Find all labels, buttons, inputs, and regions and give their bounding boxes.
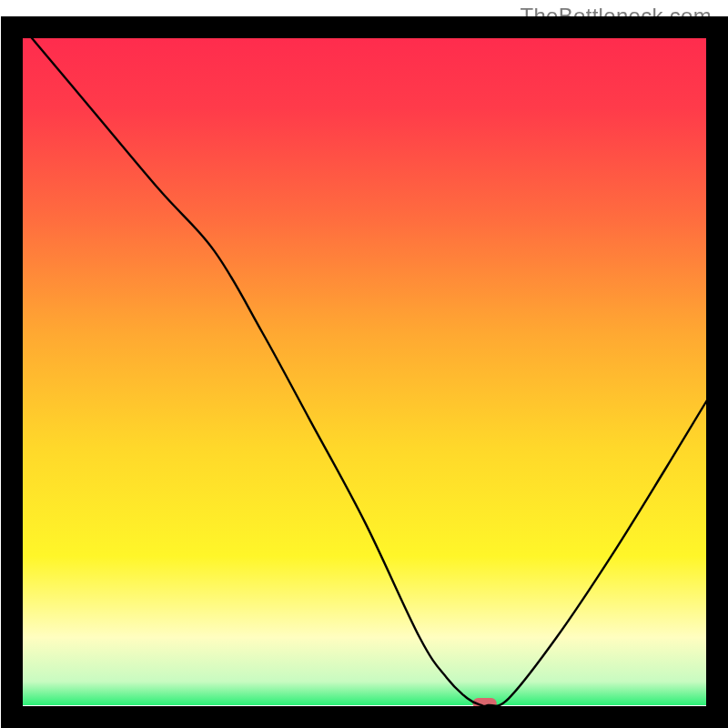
gradient-background (23, 27, 707, 705)
chart-stage: TheBottleneck.com (0, 0, 728, 728)
bottleneck-plot (0, 0, 728, 728)
